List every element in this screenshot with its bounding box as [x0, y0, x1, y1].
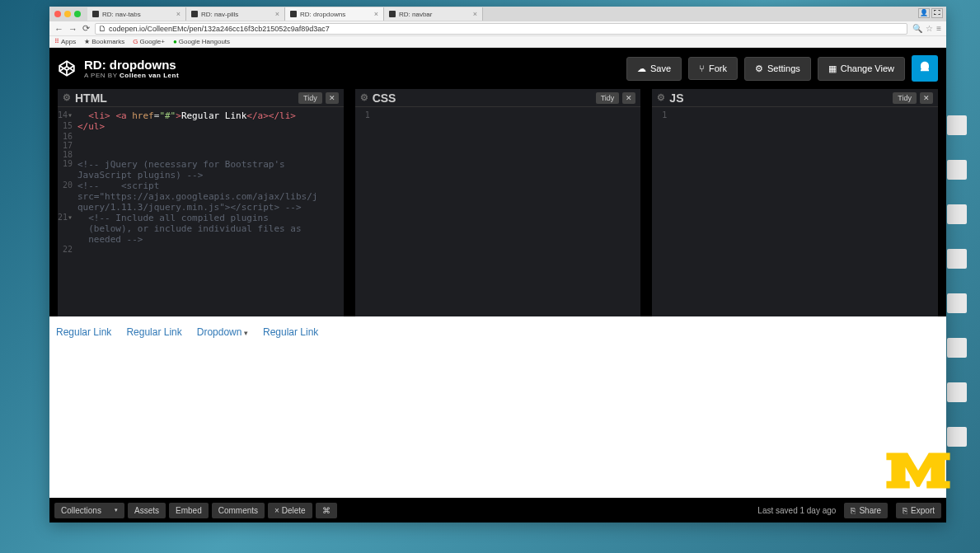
desktop-icons	[947, 115, 970, 447]
tab-title: RD: nav-tabs	[102, 11, 141, 18]
assets-button[interactable]: Assets	[128, 503, 166, 518]
browser-tab[interactable]: RD: nav-pills ×	[186, 7, 285, 21]
desktop-icon[interactable]	[947, 293, 967, 313]
preview-dropdown[interactable]: Dropdown	[197, 326, 248, 488]
keyboard-button[interactable]: ⌘	[316, 503, 337, 518]
bookmark-item[interactable]: GGoogle+	[133, 38, 165, 45]
tab-title: RD: dropdowns	[300, 11, 345, 18]
bookmark-bar: ⠿Apps ★Bookmarks GGoogle+ ●Google Hangou…	[49, 36, 946, 48]
fork-icon: ⑂	[699, 63, 705, 73]
preview-link[interactable]: Regular Link	[126, 326, 181, 488]
tab-title: RD: nav-pills	[201, 11, 238, 18]
share-button[interactable]: ⎘ Share	[844, 503, 888, 518]
desktop-icon[interactable]	[947, 160, 967, 180]
tidy-button[interactable]: Tidy	[596, 92, 620, 104]
zoom-icon[interactable]: 🔍	[912, 24, 922, 33]
url-bar: ← → ⟳ 🗋 codepen.io/ColleenEMc/pen/132a24…	[49, 21, 946, 36]
gear-icon: ⚙	[755, 63, 763, 74]
preview-link[interactable]: Regular Link	[56, 326, 111, 488]
user-icon-button[interactable]: 👤	[918, 8, 930, 18]
codepen-favicon	[92, 11, 99, 17]
bookmark-item[interactable]: ★Bookmarks	[84, 38, 124, 45]
user-avatar[interactable]	[912, 55, 938, 82]
close-tab-icon[interactable]: ×	[374, 10, 378, 18]
window-controls: 👤 ⛶	[918, 8, 943, 18]
close-editor-icon[interactable]: ✕	[622, 92, 635, 104]
tidy-button[interactable]: Tidy	[893, 92, 917, 104]
settings-button[interactable]: ⚙ Settings	[744, 57, 811, 81]
preview-pane: Regular Link Regular Link Dropdown Regul…	[49, 316, 946, 498]
menu-icon[interactable]: ≡	[936, 24, 941, 33]
browser-window: RD: nav-tabs × RD: nav-pills × RD: dropd…	[49, 7, 946, 523]
export-button[interactable]: ⎘ Export	[896, 503, 941, 518]
tab-title: RD: navbar	[399, 11, 432, 18]
js-editor: ⚙ JS Tidy ✕ 1	[652, 89, 938, 316]
reload-button[interactable]: ⟳	[82, 23, 90, 34]
fork-button[interactable]: ⑂ Fork	[688, 57, 738, 80]
close-tab-icon[interactable]: ×	[176, 10, 181, 18]
codepen-favicon	[191, 11, 198, 17]
bookmark-item[interactable]: ●Google Hangouts	[173, 38, 230, 45]
fullscreen-button[interactable]: ⛶	[931, 8, 943, 18]
css-editor: ⚙ CSS Tidy ✕ 1	[355, 89, 641, 316]
editor-title: JS	[669, 91, 683, 105]
editor-title: CSS	[373, 91, 396, 105]
url-input[interactable]: 🗋 codepen.io/ColleenEMc/pen/132a246cc16f…	[95, 23, 907, 35]
preview-link[interactable]: Regular Link	[263, 326, 318, 488]
footer-bar: Collections Assets Embed Comments × Dele…	[49, 498, 946, 523]
desktop-icon[interactable]	[947, 382, 967, 402]
desktop-icon[interactable]	[947, 338, 967, 358]
codepen-logo-icon[interactable]	[58, 59, 76, 77]
codepen-header: RD: dropdowns A PEN BY Colleen van Lent …	[49, 48, 946, 89]
gear-icon[interactable]: ⚙	[63, 92, 71, 103]
codepen-favicon	[290, 11, 297, 17]
comments-button[interactable]: Comments	[212, 503, 265, 518]
close-editor-icon[interactable]: ✕	[326, 92, 339, 104]
css-code-area[interactable]: 1	[355, 107, 641, 316]
minimize-window-button[interactable]	[64, 11, 71, 17]
gear-icon[interactable]: ⚙	[657, 92, 665, 103]
embed-button[interactable]: Embed	[169, 503, 209, 518]
close-tab-icon[interactable]: ×	[473, 10, 477, 18]
close-editor-icon[interactable]: ✕	[920, 92, 933, 104]
save-status: Last saved 1 day ago	[757, 506, 836, 515]
desktop-icon[interactable]	[947, 249, 967, 269]
traffic-lights	[54, 11, 81, 17]
tidy-button[interactable]: Tidy	[298, 92, 322, 104]
desktop-icon[interactable]	[947, 115, 967, 135]
close-tab-icon[interactable]: ×	[275, 10, 279, 18]
star-icon[interactable]: ☆	[926, 24, 933, 33]
pen-title: RD: dropdowns	[84, 58, 179, 72]
pen-author: A PEN BY Colleen van Lent	[84, 72, 179, 79]
html-editor: ⚙ HTML Tidy ✕ 14▾ <li> <a href="#">Regul…	[58, 89, 344, 316]
bookmark-apps[interactable]: ⠿Apps	[54, 38, 76, 45]
browser-tab-active[interactable]: RD: dropdowns ×	[285, 7, 384, 21]
editor-title: HTML	[75, 91, 107, 105]
layout-icon: ▦	[828, 63, 837, 74]
close-window-button[interactable]	[54, 11, 61, 17]
back-button[interactable]: ←	[54, 24, 63, 34]
maximize-window-button[interactable]	[74, 11, 81, 17]
desktop-icon[interactable]	[947, 427, 967, 447]
cloud-icon: ☁	[637, 63, 646, 74]
html-code-area[interactable]: 14▾ <li> <a href="#">Regular Link</a></l…	[58, 107, 344, 316]
desktop-icon[interactable]	[947, 204, 967, 224]
change-view-button[interactable]: ▦ Change View	[818, 57, 905, 81]
save-button[interactable]: ☁ Save	[626, 57, 682, 81]
delete-button[interactable]: × Delete	[268, 503, 312, 518]
browser-tab[interactable]: RD: nav-tabs ×	[87, 7, 186, 21]
browser-tab[interactable]: RD: navbar ×	[384, 7, 483, 21]
browser-tab-bar: RD: nav-tabs × RD: nav-pills × RD: dropd…	[49, 7, 946, 21]
michigan-logo-icon	[881, 446, 955, 495]
forward-button[interactable]: →	[68, 24, 77, 34]
js-code-area[interactable]: 1	[652, 107, 938, 316]
collections-button[interactable]: Collections	[54, 503, 124, 518]
gear-icon[interactable]: ⚙	[360, 92, 368, 103]
editor-panels: ⚙ HTML Tidy ✕ 14▾ <li> <a href="#">Regul…	[49, 89, 946, 316]
codepen-favicon	[389, 11, 396, 17]
